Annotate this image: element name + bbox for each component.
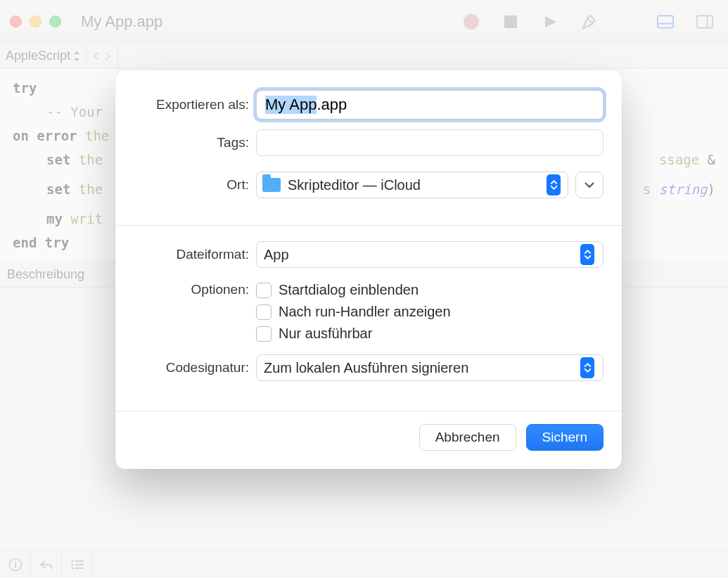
- cancel-button[interactable]: Abbrechen: [419, 424, 516, 451]
- codesign-select[interactable]: Zum lokalen Ausführen signieren: [256, 354, 604, 381]
- tags-label: Tags:: [134, 135, 256, 150]
- location-value: Skripteditor — iCloud: [288, 177, 421, 193]
- option-run-only[interactable]: Nur ausführbar: [256, 326, 604, 342]
- save-label: Sichern: [542, 430, 587, 445]
- chevron-updown-icon: [580, 357, 594, 378]
- checkbox[interactable]: [256, 326, 272, 342]
- option-stay-open[interactable]: Nach run-Handler anzeigen: [256, 304, 604, 320]
- location-label: Ort:: [134, 177, 256, 193]
- chevron-down-icon: [584, 181, 595, 188]
- file-format-value: App: [264, 247, 289, 263]
- filename-selected: My App: [265, 96, 317, 114]
- chevron-updown-icon: [580, 244, 594, 265]
- checkbox[interactable]: [256, 304, 272, 320]
- codesign-value: Zum lokalen Ausführen signieren: [264, 360, 468, 376]
- file-format-label: Dateiformat:: [134, 247, 256, 262]
- option-label: Nach run-Handler anzeigen: [279, 304, 451, 320]
- save-button[interactable]: Sichern: [526, 424, 604, 451]
- codesign-label: Codesignatur:: [134, 360, 256, 375]
- chevron-updown-icon: [547, 174, 561, 195]
- folder-icon: [262, 178, 281, 192]
- checkbox[interactable]: [256, 283, 272, 298]
- option-label: Nur ausführbar: [279, 326, 372, 342]
- expand-location-button[interactable]: [575, 172, 604, 198]
- filename-input[interactable]: My App.app: [256, 90, 604, 120]
- export-as-label: Exportieren als:: [134, 97, 256, 113]
- cancel-label: Abbrechen: [435, 430, 500, 445]
- option-startup-dialog[interactable]: Startdialog einblenden: [256, 282, 604, 298]
- option-label: Startdialog einblenden: [279, 282, 419, 298]
- filename-extension: .app: [317, 96, 347, 114]
- location-select[interactable]: Skripteditor — iCloud: [256, 172, 568, 198]
- options-label: Optionen:: [134, 281, 256, 297]
- export-sheet: Exportieren als: My App.app Tags: Ort:: [115, 70, 622, 469]
- tags-input[interactable]: [256, 129, 604, 156]
- file-format-select[interactable]: App: [256, 241, 604, 268]
